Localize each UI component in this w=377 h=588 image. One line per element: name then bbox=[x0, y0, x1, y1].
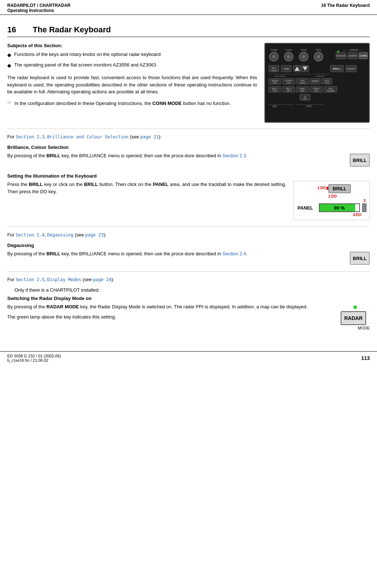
degaussing-heading: Degaussing bbox=[7, 243, 370, 248]
svg-text:OFF: OFF bbox=[287, 90, 291, 92]
section-2-4-link[interactable]: Section 2.4 bbox=[16, 232, 44, 238]
header-subtitle-left: Operating Instructions bbox=[7, 8, 70, 13]
brilliance-text: By pressing of the BRILL key, the BRILLI… bbox=[7, 152, 342, 159]
only-if-text: Only if there is a CHARTPILOT installed: bbox=[15, 287, 370, 293]
illumination-heading: Setting the Illumination of the Keyboard bbox=[7, 173, 370, 179]
panel-slider-handle bbox=[362, 203, 366, 212]
header-title-right: 16 The Radar Keyboard bbox=[321, 3, 370, 8]
subsection-illumination: Setting the Illumination of the Keyboard… bbox=[7, 173, 370, 220]
brill-btn-diagram: BRILL bbox=[328, 184, 351, 193]
chapter-name: The Radar Keyboard bbox=[33, 25, 111, 35]
brilliance-colour-link[interactable]: Brilliance and Colour Selection bbox=[47, 134, 129, 139]
svg-text:TRUE: TRUE bbox=[271, 69, 277, 72]
degaussing-text: By pressing of the BRILL key, the BRILLI… bbox=[7, 250, 342, 257]
degaussing-link[interactable]: Degaussing bbox=[47, 232, 73, 238]
panel-diagram: 1.DO ▶ BRILL 2.DO 3. PANEL bbox=[293, 181, 370, 220]
list-item: ◆ The operating panel of the flat screen… bbox=[7, 62, 257, 69]
chapter-number: 16 bbox=[7, 25, 22, 35]
illumination-text: Press the BRILL key or click on the BRIL… bbox=[7, 181, 286, 195]
section-ref-2: For Section 2.4, Degaussing (see page 23… bbox=[7, 232, 370, 238]
page-footer: ED 3038 G 232 / 01 (2002-06) b_r1se16.fm… bbox=[0, 351, 377, 365]
radar-mode-content: By pressing of the RADAR MODE key, the R… bbox=[7, 303, 370, 330]
section-2-3-inline-link[interactable]: Section 2.3 bbox=[222, 153, 246, 158]
svg-text:OFF: OFF bbox=[300, 90, 305, 92]
svg-text:CONN: CONN bbox=[360, 54, 367, 57]
brilliance-heading: Brilliance, Colour Selection bbox=[7, 145, 370, 150]
header-title-left: RADARPILOT / CHARTRADAR bbox=[7, 3, 70, 8]
list-item: ◆ Functions of the keys and rotary knobs… bbox=[7, 51, 257, 59]
svg-text:REL: REL bbox=[272, 67, 276, 69]
radar-btn-box: RADAR bbox=[341, 311, 366, 325]
panel-bar-value: 90 % bbox=[334, 205, 345, 211]
section-ref-3: For Section 2.5, Display Modes (see page… bbox=[7, 277, 370, 282]
svg-text:CENT: CENT bbox=[312, 80, 319, 82]
section-intro: Subjects of this Section: ◆ Functions of… bbox=[7, 43, 370, 123]
page-content: 16 The Radar Keyboard Subjects of this S… bbox=[0, 15, 377, 344]
svg-text:BRILL: BRILL bbox=[333, 67, 341, 70]
panel-bar: 90 % bbox=[319, 203, 360, 212]
brill-button-image-2: BRILL bbox=[350, 252, 370, 265]
brilliance-content: By pressing of the BRILL key, the BRILLI… bbox=[7, 152, 370, 167]
subsection-radar-mode: Switching the Radar Display Mode on By p… bbox=[7, 296, 370, 330]
radar-box-wrapper: RADAR MODE bbox=[337, 305, 370, 330]
svg-text:SEA: SEA bbox=[316, 49, 321, 51]
note-icon: ☞ bbox=[7, 100, 12, 105]
section-2-4-inline-link[interactable]: Section 2.4 bbox=[222, 251, 246, 256]
section-2-5-link[interactable]: Section 2.5 bbox=[16, 277, 44, 282]
svg-text:RANGE: RANGE bbox=[316, 75, 324, 77]
mode-label-text: MODE bbox=[358, 326, 370, 330]
footer-file: b_r1se16.fm / 21.06.02 bbox=[7, 358, 61, 362]
svg-text:OFF: OFF bbox=[273, 90, 277, 92]
svg-text:TGT: TGT bbox=[325, 82, 329, 84]
brill-button-image: BRILL bbox=[350, 154, 370, 167]
subjects-heading: Subjects of this Section: bbox=[7, 43, 257, 48]
svg-text:ALARM: ALARM bbox=[327, 90, 335, 92]
svg-point-8 bbox=[287, 55, 291, 58]
page-header: RADARPILOT / CHARTRADAR Operating Instru… bbox=[0, 0, 377, 15]
svg-text:TUNE: TUNE bbox=[270, 49, 277, 51]
radar-green-dot bbox=[353, 305, 357, 309]
display-modes-link[interactable]: Display Modes bbox=[47, 277, 81, 282]
svg-text:EVENT: EVENT bbox=[347, 68, 356, 70]
illumination-content: Press the BRILL key or click on the BRIL… bbox=[7, 181, 370, 220]
page-24-link[interactable]: page 24 bbox=[93, 277, 112, 282]
radar-diagram: RADAR MODE bbox=[337, 305, 370, 330]
footer-edition: ED 3038 G 232 / 01 (2002-06) bbox=[7, 354, 61, 358]
header-left: RADARPILOT / CHARTRADAR Operating Instru… bbox=[7, 3, 70, 13]
radar-mode-heading: Switching the Radar Display Mode on bbox=[7, 296, 370, 301]
note-text: In the configuration described in these … bbox=[15, 100, 231, 107]
footer-left: ED 3038 G 232 / 01 (2002-06) b_r1se16.fm… bbox=[7, 354, 61, 362]
bullet-icon: ◆ bbox=[7, 52, 11, 59]
body-paragraph: The radar keyboard is used to provide fa… bbox=[7, 74, 257, 96]
subsection-brilliance: Brilliance, Colour Selection By pressing… bbox=[7, 145, 370, 167]
svg-text:VRM: VRM bbox=[306, 105, 312, 108]
svg-text:GAIN: GAIN bbox=[285, 49, 292, 51]
subsection-degaussing: Degaussing By pressing of the BRILL key,… bbox=[7, 243, 370, 265]
panel-row: PANEL 90 % bbox=[297, 203, 366, 212]
diagram-arrows: 1.DO ▶ BRILL 2.DO bbox=[297, 184, 366, 199]
radar-mode-text-block: By pressing of the RADAR MODE key, the R… bbox=[7, 303, 330, 320]
degaussing-content: By pressing of the BRILL key, the BRILLI… bbox=[7, 250, 370, 265]
section-ref-1: For Section 2.3, Brilliance and Colour S… bbox=[7, 134, 370, 139]
section-2-3-link[interactable]: Section 2.3 bbox=[16, 134, 44, 139]
section-divider-3 bbox=[7, 271, 370, 272]
page-23-link[interactable]: page 23 bbox=[85, 232, 104, 238]
svg-text:TIME: TIME bbox=[283, 68, 289, 70]
footer-page-number: 113 bbox=[361, 355, 370, 361]
bullet-icon: ◆ bbox=[7, 62, 11, 69]
do-4-label: 4.DO bbox=[297, 213, 366, 217]
do-1-text: 1.DO bbox=[317, 186, 326, 190]
svg-text:MODE: MODE bbox=[350, 49, 358, 51]
section-divider-1 bbox=[7, 129, 370, 129]
svg-text:CENT: CENT bbox=[300, 82, 306, 84]
svg-point-6 bbox=[272, 55, 276, 58]
svg-text:OFF: OFF bbox=[287, 82, 291, 84]
keyboard-image: TUNE GAIN RAIN SEA MODE RADAR bbox=[264, 43, 370, 123]
chapter-title-block: 16 The Radar Keyboard bbox=[7, 25, 370, 37]
page-21-link[interactable]: page 21 bbox=[140, 134, 159, 139]
panel-text-label: PANEL bbox=[297, 205, 317, 211]
svg-text:OFF: OFF bbox=[303, 98, 307, 100]
svg-text:VECTORS: VECTORS bbox=[275, 75, 285, 77]
svg-text:EBL: EBL bbox=[272, 105, 277, 108]
svg-text:RADAR: RADAR bbox=[337, 54, 346, 57]
